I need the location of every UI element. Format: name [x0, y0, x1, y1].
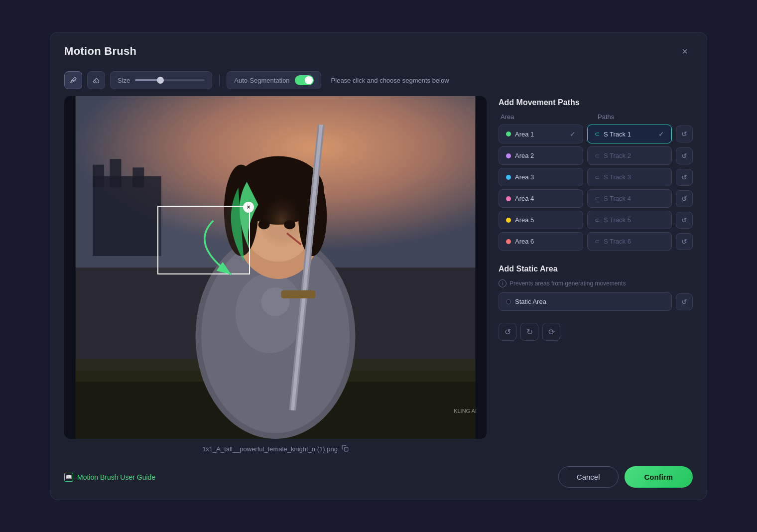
track-2-icon: ⊂: [595, 152, 600, 159]
area-2-label: Area 2: [515, 152, 534, 159]
area-4-label: Area 4: [515, 195, 534, 202]
area-3-label: Area 3: [515, 173, 534, 181]
brush-tool-button[interactable]: [64, 71, 82, 89]
static-info: i Prevents areas from generating movemen…: [499, 279, 693, 287]
canvas-area: × KLING AI 1x1_A_tall__powerful_female_k…: [64, 96, 487, 457]
svg-rect-4: [110, 159, 121, 187]
toolbar: Size Auto-Segmentation Please click and …: [50, 67, 707, 96]
track-4-label: S Track 4: [604, 195, 631, 202]
track-3-icon: ⊂: [595, 174, 600, 181]
movement-paths-title: Add Movement Paths: [499, 98, 693, 107]
filename-bar: 1x1_A_tall__powerful_female_knight_n (1)…: [64, 439, 487, 457]
static-area-label: Static Area: [515, 298, 546, 305]
redo-button[interactable]: ↻: [520, 323, 538, 341]
area-row-3: Area 3 ⊂ S Track 3 ↺: [499, 168, 693, 186]
auto-seg-label: Auto-Segmentation: [234, 77, 289, 84]
track-6-label: S Track 6: [604, 238, 631, 245]
area-5-button[interactable]: Area 5: [499, 211, 583, 229]
dialog-title: Motion Brush: [64, 45, 136, 58]
area-6-dot: [506, 239, 511, 244]
filename-text: 1x1_A_tall__powerful_female_knight_n (1)…: [202, 445, 338, 453]
area-1-button[interactable]: Area 1 ✓: [499, 125, 583, 143]
reset-static-button[interactable]: ↺: [676, 293, 693, 310]
track-2-label: S Track 2: [604, 152, 631, 159]
image-container[interactable]: × KLING AI: [64, 96, 487, 439]
size-control: Size: [110, 71, 212, 89]
track-3-label: S Track 3: [604, 173, 631, 181]
paths-col-header: Paths: [598, 113, 691, 121]
motion-brush-dialog: Motion Brush × Size Auto-Segmentation Pl…: [50, 32, 707, 500]
reset-all-button[interactable]: ⟳: [542, 323, 560, 341]
area-2-button[interactable]: Area 2: [499, 146, 583, 165]
svg-rect-25: [344, 447, 348, 451]
area-1-check: ✓: [570, 130, 576, 138]
reset-track-6-button[interactable]: ↺: [676, 233, 693, 250]
copy-icon[interactable]: [342, 445, 349, 453]
auto-seg-toggle[interactable]: [295, 75, 314, 85]
area-4-dot: [506, 196, 511, 201]
area-row-5: Area 5 ⊂ S Track 5 ↺: [499, 211, 693, 229]
area-1-label: Area 1: [515, 131, 534, 138]
reset-track-4-button[interactable]: ↺: [676, 190, 693, 207]
static-info-text: Prevents areas from generating movements: [509, 280, 626, 287]
track-1-button[interactable]: ⊂ S Track 1 ✓: [587, 125, 672, 143]
static-area-dot: [506, 299, 511, 304]
area-5-dot: [506, 218, 511, 223]
track-3-button[interactable]: ⊂ S Track 3: [587, 168, 672, 186]
area-row-1: Area 1 ✓ ⊂ S Track 1 ✓ ↺: [499, 125, 693, 143]
svg-rect-5: [132, 167, 144, 187]
cancel-button[interactable]: Cancel: [558, 466, 619, 488]
dialog-header: Motion Brush ×: [50, 32, 707, 67]
footer-buttons: Cancel Confirm: [558, 466, 693, 488]
size-label: Size: [118, 77, 130, 84]
area-row-6: Area 6 ⊂ S Track 6 ↺: [499, 232, 693, 251]
track-1-label: S Track 1: [604, 131, 631, 138]
confirm-button[interactable]: Confirm: [625, 466, 693, 488]
static-area-button[interactable]: Static Area: [499, 292, 672, 311]
reset-track-1-button[interactable]: ↺: [676, 126, 693, 142]
track-1-check: ✓: [658, 130, 664, 138]
area-row-2: Area 2 ⊂ S Track 2 ↺: [499, 146, 693, 165]
track-5-button[interactable]: ⊂ S Track 5: [587, 211, 672, 229]
selection-box[interactable]: ×: [157, 206, 251, 274]
track-5-icon: ⊂: [595, 217, 600, 224]
footer: 📖 Motion Brush User Guide Cancel Confirm: [50, 457, 707, 500]
reset-track-2-button[interactable]: ↺: [676, 147, 693, 164]
area-4-button[interactable]: Area 4: [499, 189, 583, 208]
right-panel: Add Movement Paths Area Paths Area 1 ✓ ⊂…: [499, 96, 693, 457]
paths-header: Area Paths: [499, 113, 693, 121]
guide-link[interactable]: 📖 Motion Brush User Guide: [64, 473, 155, 482]
toolbar-divider: [219, 74, 220, 86]
auto-segmentation-control: Auto-Segmentation: [227, 71, 321, 89]
area-col-header: Area: [501, 113, 594, 121]
reset-track-5-button[interactable]: ↺: [676, 212, 693, 229]
instruction-text: Please click and choose segments below: [331, 77, 449, 84]
guide-link-text: Motion Brush User Guide: [77, 473, 155, 481]
area-3-button[interactable]: Area 3: [499, 168, 583, 186]
reset-track-3-button[interactable]: ↺: [676, 169, 693, 186]
track-4-icon: ⊂: [595, 195, 600, 202]
size-slider[interactable]: [135, 79, 205, 81]
undo-button[interactable]: ↺: [499, 323, 516, 341]
area-6-label: Area 6: [515, 238, 534, 245]
info-icon: i: [499, 279, 506, 287]
area-row-4: Area 4 ⊂ S Track 4 ↺: [499, 189, 693, 208]
track-5-label: S Track 5: [604, 216, 631, 224]
track-1-icon: ⊂: [595, 131, 600, 137]
track-4-button[interactable]: ⊂ S Track 4: [587, 189, 672, 208]
eraser-tool-button[interactable]: [87, 71, 105, 89]
track-6-button[interactable]: ⊂ S Track 6: [587, 232, 672, 251]
static-section: Add Static Area i Prevents areas from ge…: [499, 263, 693, 311]
area-3-dot: [506, 175, 511, 180]
area-6-button[interactable]: Area 6: [499, 232, 583, 251]
track-2-button[interactable]: ⊂ S Track 2: [587, 146, 672, 165]
close-button[interactable]: ×: [677, 43, 693, 59]
area-1-dot: [506, 132, 511, 136]
area-5-label: Area 5: [515, 216, 534, 224]
bottom-actions: ↺ ↻ ⟳: [499, 323, 693, 343]
track-6-icon: ⊂: [595, 238, 600, 245]
watermark: KLING AI: [454, 408, 477, 414]
static-area-title: Add Static Area: [499, 265, 693, 273]
static-area-row: Static Area ↺: [499, 292, 693, 311]
svg-rect-3: [93, 165, 104, 188]
